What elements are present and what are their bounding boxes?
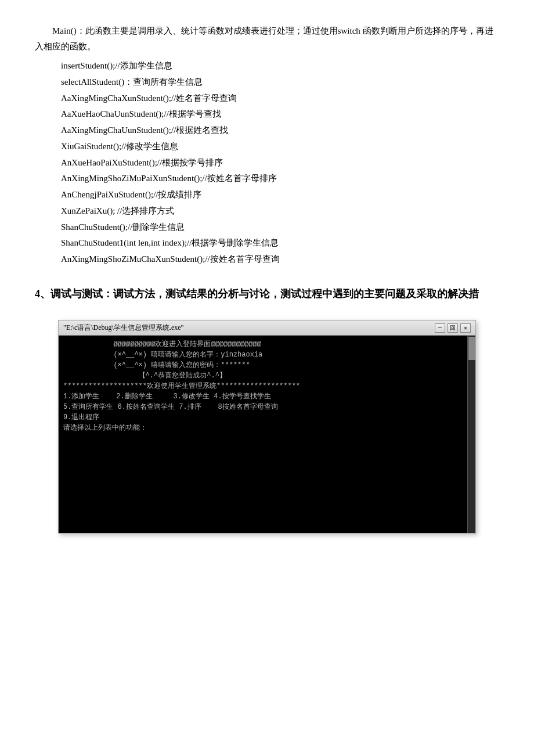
console-line: 9.退出程序	[63, 412, 471, 423]
restore-button[interactable]: 回	[448, 323, 458, 333]
code-line: selectAllStudent()：查询所有学生信息	[61, 74, 499, 91]
code-line: XunZePaiXu(); //选择排序方式	[61, 203, 499, 219]
console-line: (×^__^×) 嘻嘻请输入您的名字：yinzhaoxia	[63, 350, 471, 360]
console-line: @@@@@@@@@@欢迎进入登陆界面@@@@@@@@@@@@	[63, 339, 471, 350]
console-line: 【^.^恭喜您登陆成功^.^】	[63, 370, 471, 381]
console-titlebar: "E:\c语言\Debug\学生信息管理系统.exe" — 回 ✕	[59, 321, 475, 336]
code-line: AnXingMingShoZiMuChaXunStudent();//按姓名首字…	[61, 251, 499, 268]
console-controls: — 回 ✕	[435, 323, 471, 333]
minimize-button[interactable]: —	[435, 323, 445, 333]
code-line: ShanChuStudent1(int len,int index);//根据学…	[61, 235, 499, 251]
console-line: (×^__^×) 嘻嘻请输入您的密码：*******	[63, 360, 471, 370]
console-line: 请选择以上列表中的功能：	[63, 423, 471, 433]
code-line: XiuGaiStudent();//修改学生信息	[61, 139, 499, 155]
console-title: "E:\c语言\Debug\学生信息管理系统.exe"	[63, 323, 183, 333]
console-line: ********************欢迎使用学生管理系统**********…	[63, 381, 471, 391]
code-line: AaXueHaoChaUunStudent();//根据学号查找	[61, 106, 499, 123]
code-line: AnXueHaoPaiXuStudent();//根据按学号排序	[61, 155, 499, 171]
code-line: ShanChuStudent();//删除学生信息	[61, 219, 499, 236]
console-scrollbar[interactable]	[467, 336, 475, 533]
scrollbar-thumb	[468, 337, 475, 360]
intro-paragraph: Main()：此函数主要是调用录入、统计等函数对成绩表进行处理；通过使用swit…	[35, 23, 499, 55]
code-block: insertStudent();//添加学生信息selectAllStudent…	[61, 58, 499, 268]
close-button[interactable]: ✕	[460, 323, 471, 333]
main-content: Main()：此函数主要是调用录入、统计等函数对成绩表进行处理；通过使用swit…	[35, 23, 499, 534]
code-line: AaXingMingChaXunStudent();//姓名首字母查询	[61, 91, 499, 107]
console-body: @@@@@@@@@@欢迎进入登陆界面@@@@@@@@@@@@ (×^__^×) …	[59, 336, 475, 533]
section-heading: 4、调试与测试：调试方法，测试结果的分析与讨论，测试过程中遇到的主要问题及采取的…	[35, 285, 499, 303]
console-output: @@@@@@@@@@欢迎进入登陆界面@@@@@@@@@@@@ (×^__^×) …	[63, 339, 471, 433]
console-line: 1.添加学生 2.删除学生 3.修改学生 4.按学号查找学生	[63, 391, 471, 402]
console-line: 5.查询所有学生 6.按姓名查询学生 7.排序 8按姓名首字母查询	[63, 402, 471, 412]
code-line: insertStudent();//添加学生信息	[61, 58, 499, 74]
code-line: AnChengjPaiXuStudent();//按成绩排序	[61, 187, 499, 203]
console-window: "E:\c语言\Debug\学生信息管理系统.exe" — 回 ✕ @@@@@@…	[58, 320, 476, 534]
code-line: AnXingMingShoZiMuPaiXunStudent();//按姓名首字…	[61, 171, 499, 187]
code-line: AaXingMingChaUunStudent();//根据姓名查找	[61, 123, 499, 139]
